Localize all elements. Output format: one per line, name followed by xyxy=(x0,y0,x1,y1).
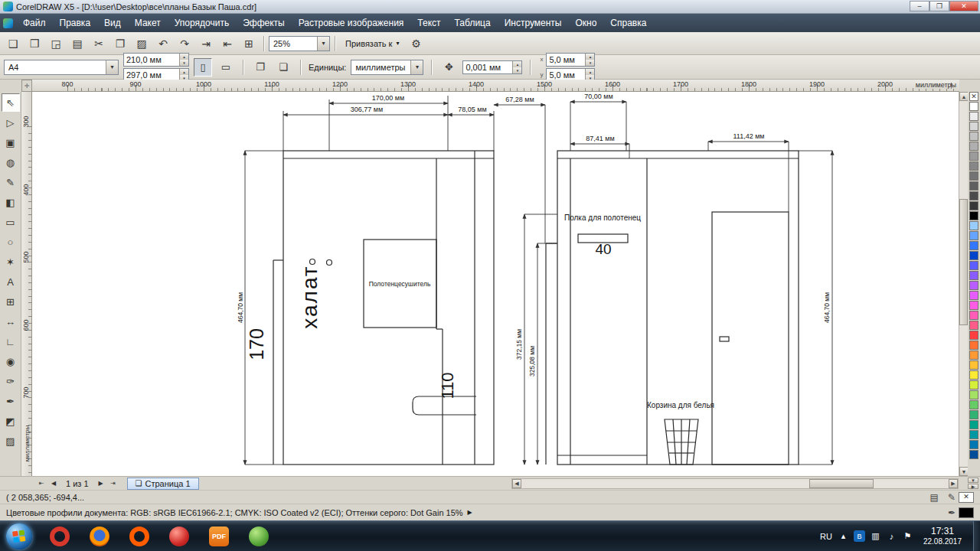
horizontal-scrollbar-thumb[interactable] xyxy=(809,479,874,488)
ellipse-tool[interactable]: ○ xyxy=(2,233,20,251)
ruler-origin-button[interactable]: ✛ xyxy=(21,80,32,92)
cut-icon[interactable]: ✂ xyxy=(89,34,109,54)
spin-up-icon[interactable]: ▴ xyxy=(586,54,594,60)
text-110[interactable]: 110 xyxy=(438,372,457,399)
palette-swatch[interactable] xyxy=(969,241,978,250)
connector-tool[interactable]: ∟ xyxy=(2,332,20,350)
volume-icon[interactable]: ♪ xyxy=(886,530,897,542)
palette-swatch[interactable] xyxy=(969,171,978,181)
spin-down-icon[interactable]: ▾ xyxy=(513,67,521,73)
blend-tool[interactable]: ◉ xyxy=(2,352,20,370)
text-170[interactable]: 170 xyxy=(246,328,267,360)
shape-tool[interactable]: ▷ xyxy=(2,113,20,132)
previous-page-button[interactable]: ◀ xyxy=(47,478,60,489)
save-icon[interactable]: ◲ xyxy=(46,34,66,54)
palette-swatch[interactable] xyxy=(969,191,978,201)
interactive-fill-tool[interactable]: ▨ xyxy=(2,432,20,450)
options-icon[interactable]: ⚙ xyxy=(406,34,426,54)
dim-label-78mm[interactable]: 78,05 мм xyxy=(458,106,486,113)
menu-item[interactable]: Макет xyxy=(128,14,168,32)
menu-item[interactable]: Справка xyxy=(603,14,653,32)
rectangle-tool[interactable]: ▭ xyxy=(2,213,20,231)
last-page-button[interactable]: ⇥ xyxy=(107,478,119,489)
palette-swatch[interactable] xyxy=(969,450,978,459)
laundry-basket-label[interactable]: Корзина для белья xyxy=(647,401,714,409)
spin-up-icon[interactable]: ▴ xyxy=(586,69,594,75)
current-page-button[interactable]: ❏ xyxy=(274,58,292,77)
paper-size-combo[interactable]: A4 ▾ xyxy=(4,60,119,75)
network-icon[interactable]: ▥ xyxy=(870,530,881,542)
text-40[interactable]: 40 xyxy=(595,241,611,257)
chevron-down-icon[interactable]: ▾ xyxy=(317,37,329,51)
close-button[interactable]: ✕ xyxy=(949,1,978,11)
menu-item[interactable]: Правка xyxy=(53,14,98,32)
taskbar-app-opera-classic[interactable]: O xyxy=(122,523,156,549)
paper-width-field[interactable]: 210,0 мм ▴▾ xyxy=(123,53,189,67)
menu-item[interactable]: Растровые изображения xyxy=(292,14,411,32)
first-page-button[interactable]: ⇤ xyxy=(35,478,47,489)
snap-to-dropdown[interactable]: Привязать к ▾ xyxy=(340,34,404,53)
polygon-tool[interactable]: ✶ xyxy=(2,253,20,271)
palette-swatch[interactable] xyxy=(969,440,978,449)
dim-label-170mm[interactable]: 170,00 мм xyxy=(372,94,404,102)
dimension-tool[interactable]: ↔ xyxy=(2,312,20,331)
palette-swatch[interactable] xyxy=(969,112,978,121)
scroll-left-icon[interactable]: ◀ xyxy=(512,479,521,488)
pick-tool[interactable]: ⇖ xyxy=(2,93,20,112)
palette-swatch[interactable] xyxy=(969,271,978,280)
horizontal-scrollbar[interactable]: ◀ ▶ xyxy=(511,478,959,489)
action-center-flag-icon[interactable]: ⚑ xyxy=(902,530,913,542)
drawing-canvas[interactable]: 170,00 мм 306,77 мм 78,05 мм 464,70 мм 1… xyxy=(32,92,959,476)
palette-swatch[interactable] xyxy=(969,231,978,240)
palette-swatch[interactable] xyxy=(969,181,978,191)
zoom-tool[interactable]: ◍ xyxy=(2,153,20,171)
towel-shelf-label[interactable]: Полка для полотенец xyxy=(564,214,641,222)
palette-swatch[interactable] xyxy=(969,301,978,310)
menu-item[interactable]: Файл xyxy=(16,14,53,32)
palette-swatch[interactable] xyxy=(969,380,978,390)
start-button[interactable] xyxy=(6,523,32,549)
towel-rail-label[interactable]: Полотенцесушитель xyxy=(369,280,431,288)
taskbar-app-pdf[interactable]: PDF xyxy=(202,523,236,549)
print-icon[interactable]: ▤ xyxy=(67,34,87,54)
next-page-button[interactable]: ▶ xyxy=(95,478,107,489)
vertical-scrollbar[interactable]: ▲ ▼ xyxy=(959,92,968,476)
dim-label-70mm[interactable]: 70,00 мм xyxy=(584,93,612,100)
palette-swatch[interactable] xyxy=(969,360,978,370)
horizontal-ruler[interactable]: миллиметры 80090010001100120013001400150… xyxy=(32,80,959,92)
taskbar-clock[interactable]: 17:31 22.08.2017 xyxy=(923,527,962,546)
redo-icon[interactable]: ↷ xyxy=(175,34,194,54)
maximize-button[interactable]: ❐ xyxy=(929,1,949,11)
palette-flyout-icon[interactable]: ▶ xyxy=(968,484,978,489)
menu-item[interactable]: Таблица xyxy=(448,14,498,32)
menu-item[interactable]: Упорядочить xyxy=(168,14,236,32)
palette-swatch[interactable] xyxy=(969,201,978,210)
dim-label-464mm-left[interactable]: 464,70 мм xyxy=(237,292,244,323)
palette-swatch[interactable] xyxy=(969,400,978,409)
taskbar-app-opera[interactable]: O xyxy=(43,523,77,549)
paste-icon[interactable]: ▨ xyxy=(132,34,152,54)
palette-swatch[interactable] xyxy=(969,251,978,260)
spin-down-icon[interactable]: ▾ xyxy=(180,60,188,66)
show-desktop-button[interactable] xyxy=(973,521,980,551)
profiles-expand-icon[interactable]: ▶ xyxy=(468,509,472,516)
spin-up-icon[interactable]: ▴ xyxy=(513,61,521,67)
spin-up-icon[interactable]: ▴ xyxy=(180,69,188,75)
page-tab[interactable]: ❏ Страница 1 xyxy=(127,478,199,490)
minimize-button[interactable]: – xyxy=(910,1,929,11)
palette-swatch[interactable] xyxy=(969,102,978,111)
application-launcher-icon[interactable]: ⊞ xyxy=(239,34,259,54)
export-icon[interactable]: ⇤ xyxy=(217,34,237,54)
palette-swatch[interactable] xyxy=(969,261,978,270)
menu-item[interactable]: Инструменты xyxy=(498,14,569,32)
dim-label-325mm[interactable]: 325,08 мм xyxy=(528,346,536,377)
outline-color-indicator[interactable]: ✕ xyxy=(959,492,974,503)
crop-tool[interactable]: ▣ xyxy=(2,133,20,152)
chevron-down-icon[interactable]: ▾ xyxy=(106,60,118,74)
chevron-down-icon[interactable]: ▾ xyxy=(410,60,423,74)
palette-swatch[interactable] xyxy=(969,430,978,439)
no-color-swatch[interactable]: ✕ xyxy=(969,92,978,101)
scroll-right-icon[interactable]: ▶ xyxy=(949,479,958,488)
spin-down-icon[interactable]: ▾ xyxy=(586,60,594,66)
eyedropper-tool[interactable]: ✑ xyxy=(2,372,20,390)
